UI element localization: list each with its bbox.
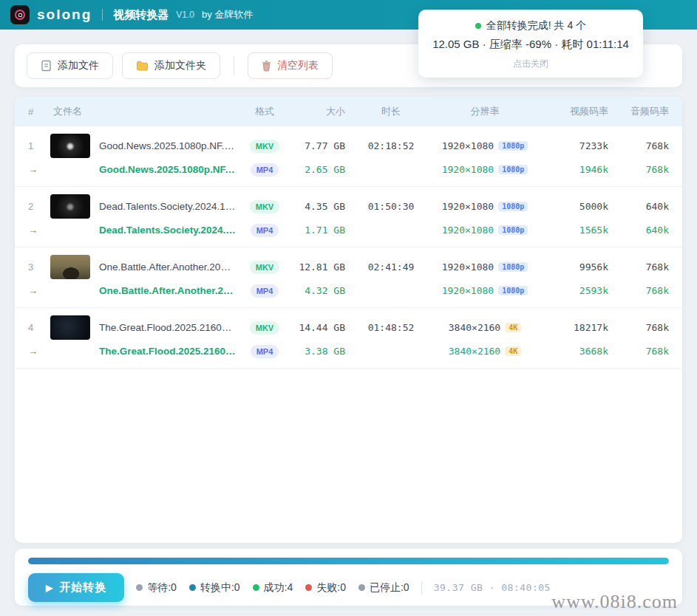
filename-cell: One.Battle.After.Another.2025.1080p.iTun… xyxy=(50,255,242,279)
add-folder-button[interactable]: 添加文件夹 xyxy=(122,52,220,79)
source-filename: Good.News.2025.1080p.NF.WEB-DL.DDP5... xyxy=(99,140,236,151)
format-badge-mp4: MP4 xyxy=(251,345,279,358)
status-counter-converting: 转换中:0 xyxy=(189,581,240,595)
table-row[interactable]: 1Good.News.2025.1080p.NF.WEB-DL.DDP5...M… xyxy=(15,126,682,187)
row-index: 4 xyxy=(15,322,50,333)
clear-list-button[interactable]: 清空列表 xyxy=(248,52,333,79)
video-bitrate-cell: 3668k xyxy=(543,346,619,357)
resolution-text: 1920×1080 xyxy=(442,164,494,175)
row-index: 2 xyxy=(15,201,50,212)
header-divider xyxy=(102,9,103,21)
audio-bitrate-cell: 768k xyxy=(619,164,682,175)
source-line: 4The.Great.Flood.2025.2160p.NF.WEB-DL...… xyxy=(15,314,682,341)
resolution-text: 1920×1080 xyxy=(442,261,494,273)
filename-cell: Dead.Talents.Society.2024.1080p.NF.WEB-.… xyxy=(50,194,242,219)
stopped-dot-icon xyxy=(358,584,365,591)
toast-status-text: 全部转换完成! 共 4 个 xyxy=(486,19,586,32)
video-bitrate-cell: 1946k xyxy=(543,164,619,175)
format-cell: MP4 xyxy=(242,163,288,177)
duration-cell: 01:50:30 xyxy=(356,201,426,212)
status-counters: 等待:0转换中:0成功:4失败:0已停止:0 xyxy=(136,581,409,595)
format-badge-mp4: MP4 xyxy=(251,284,279,298)
app-byline: by 金牌软件 xyxy=(202,8,253,21)
status-counter-label: 等待:0 xyxy=(147,581,177,595)
logo-core xyxy=(18,13,22,17)
resolution-badge: 1080p xyxy=(498,202,528,211)
app-name: solong xyxy=(37,7,92,23)
duration-cell: 02:41:49 xyxy=(356,261,426,273)
format-cell: MKV xyxy=(242,140,288,153)
status-counter-label: 成功:4 xyxy=(264,581,293,595)
failed-dot-icon xyxy=(305,584,312,591)
size-cell: 14.44 GB xyxy=(288,322,356,333)
trash-icon xyxy=(262,61,271,72)
format-badge-mkv: MKV xyxy=(250,140,279,153)
status-counter-label: 失败:0 xyxy=(316,581,346,595)
format-badge-mp4: MP4 xyxy=(251,163,279,177)
source-filename: Dead.Talents.Society.2024.1080p.NF.WEB-.… xyxy=(99,201,236,212)
resolution-cell: 3840×21604K xyxy=(426,322,543,333)
clear-list-label: 清空列表 xyxy=(277,59,319,72)
toast-notification[interactable]: 全部转换完成! 共 4 个 12.05 GB · 压缩率 -69% · 耗时 0… xyxy=(418,10,643,78)
size-cell: 2.65 GB xyxy=(288,164,356,175)
waiting-dot-icon xyxy=(136,584,143,591)
app-title: 视频转换器 xyxy=(113,8,169,22)
resolution-badge: 1080p xyxy=(498,165,528,174)
logo-ring xyxy=(15,10,25,20)
format-cell: MP4 xyxy=(242,284,288,298)
app-version: V1.0 xyxy=(176,10,194,20)
resolution-badge: 1080p xyxy=(498,286,528,295)
audio-bitrate-cell: 768k xyxy=(619,285,682,296)
status-counter-failed: 失败:0 xyxy=(305,581,346,595)
source-filename: The.Great.Flood.2025.2160p.NF.WEB-DL.... xyxy=(99,322,236,333)
table-row[interactable]: 4The.Great.Flood.2025.2160p.NF.WEB-DL...… xyxy=(15,308,682,369)
audio-bitrate-cell: 640k xyxy=(619,225,682,236)
add-folder-label: 添加文件夹 xyxy=(154,59,206,72)
table-body: 1Good.News.2025.1080p.NF.WEB-DL.DDP5...M… xyxy=(15,126,682,369)
add-file-button[interactable]: 添加文件 xyxy=(27,52,113,79)
video-bitrate-cell: 7233k xyxy=(543,140,619,151)
status-counter-waiting: 等待:0 xyxy=(136,581,177,595)
table-row[interactable]: 3One.Battle.After.Another.2025.1080p.iTu… xyxy=(15,247,682,308)
file-icon xyxy=(41,60,52,72)
resolution-text: 1920×1080 xyxy=(442,285,494,296)
filename-cell: Dead.Talents.Society.2024.1080p.NF.WEB-.… xyxy=(50,225,242,236)
success-dot-icon xyxy=(475,23,481,29)
status-counter-label: 转换中:0 xyxy=(200,581,240,595)
filename-cell: Good.News.2025.1080p.NF.WEB-DL.DDP5... xyxy=(50,134,242,158)
row-index: 3 xyxy=(15,261,50,273)
source-line: 2Dead.Talents.Society.2024.1080p.NF.WEB-… xyxy=(15,193,682,220)
resolution-cell: 1920×10801080p xyxy=(426,225,543,236)
status-counter-stopped: 已停止:0 xyxy=(358,581,409,595)
size-cell: 1.71 GB xyxy=(288,225,356,236)
status-counter-success: 成功:4 xyxy=(253,581,293,595)
toast-summary: 12.05 GB · 压缩率 -69% · 耗时 01:11:14 xyxy=(432,38,630,52)
format-cell: MKV xyxy=(242,261,288,274)
audio-bitrate-cell: 768k xyxy=(619,346,682,357)
resolution-text: 3840×2160 xyxy=(449,346,500,357)
column-header-duration: 时长 xyxy=(356,105,426,118)
toolbar-divider xyxy=(234,56,234,75)
format-cell: MP4 xyxy=(242,345,288,358)
arrow-right-icon: → xyxy=(15,225,50,236)
filename-cell: Good.News.2025.1080p.NF.WEB-DL.DDP5.... xyxy=(50,164,242,175)
toast-dismiss-label[interactable]: 点击关闭 xyxy=(432,58,630,70)
totals-summary: 39.37 GB · 08:40:05 xyxy=(434,582,551,593)
filename-cell: The.Great.Flood.2025.2160p.NF.WEB-DL.H..… xyxy=(50,346,242,357)
app-logo-icon xyxy=(10,5,30,24)
table-row[interactable]: 2Dead.Talents.Society.2024.1080p.NF.WEB-… xyxy=(15,187,682,247)
size-cell: 4.35 GB xyxy=(288,201,356,212)
stats-divider xyxy=(421,581,422,595)
column-header-resolution: 分辨率 xyxy=(426,105,543,118)
table-header-row: # 文件名 格式 大小 时长 分辨率 视频码率 音频码率 xyxy=(15,97,682,126)
start-convert-button[interactable]: ▶ 开始转换 xyxy=(28,573,124,602)
resolution-cell: 3840×21604K xyxy=(426,346,543,357)
video-bitrate-cell: 1565k xyxy=(543,225,619,236)
format-badge-mkv: MKV xyxy=(250,321,279,335)
success-dot-icon xyxy=(253,584,259,591)
start-convert-label: 开始转换 xyxy=(59,581,106,595)
folder-icon xyxy=(136,61,149,71)
audio-bitrate-cell: 768k xyxy=(619,140,682,151)
file-table: # 文件名 格式 大小 时长 分辨率 视频码率 音频码率 1Good.News.… xyxy=(15,97,682,543)
row-index: 1 xyxy=(15,140,50,151)
